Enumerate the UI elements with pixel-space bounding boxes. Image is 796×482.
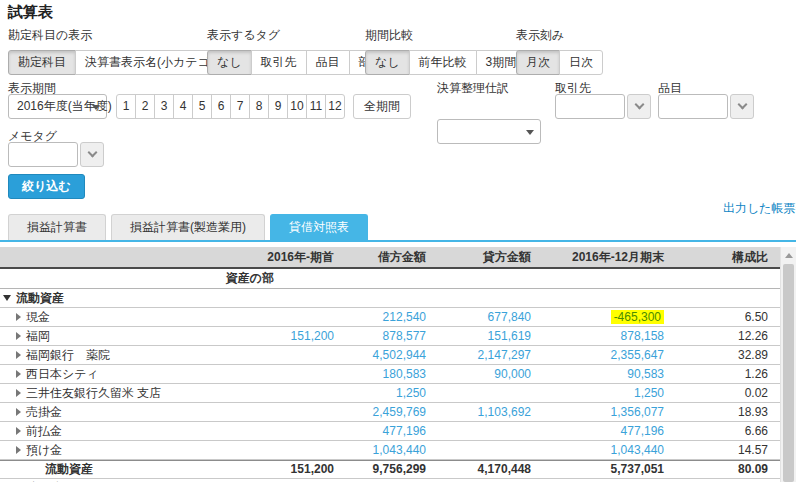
- closing-value[interactable]: 1,250: [535, 384, 670, 402]
- table-row: 現金 212,540 677,840 -465,300 6.50: [0, 308, 780, 327]
- group-row-current-assets[interactable]: 流動資産: [0, 289, 780, 308]
- debit-value[interactable]: 1,250: [338, 384, 430, 402]
- tags-option-item[interactable]: 品目: [306, 50, 350, 75]
- account-cell[interactable]: 現金: [0, 308, 240, 326]
- item-dropdown-button[interactable]: [730, 94, 754, 119]
- ratio-value: 12.26: [670, 327, 780, 345]
- closing-value[interactable]: 2,355,647: [535, 346, 670, 364]
- month-button-7[interactable]: 7: [230, 94, 250, 119]
- account-cell[interactable]: 福岡銀行 薬院: [0, 346, 240, 364]
- credit-value[interactable]: [430, 422, 535, 440]
- debit-value[interactable]: 878,577: [338, 327, 430, 345]
- total-debit: 9,756,299: [338, 461, 430, 478]
- column-header-credit: 貸方金額: [430, 247, 535, 267]
- item-input[interactable]: [658, 94, 728, 119]
- closing-value[interactable]: 1,043,440: [535, 441, 670, 459]
- partner-input[interactable]: [555, 94, 625, 119]
- output-reports-link[interactable]: 出力した帳票一覧: [723, 200, 796, 217]
- closing-cell[interactable]: -465,300: [535, 308, 670, 326]
- closing-value[interactable]: 1,356,077: [535, 403, 670, 421]
- tags-option-none[interactable]: なし: [207, 50, 252, 75]
- month-button-9[interactable]: 9: [268, 94, 288, 119]
- debit-value[interactable]: 180,583: [338, 365, 430, 383]
- debit-value[interactable]: 4,502,944: [338, 346, 430, 364]
- table-row: 前払金 477,196 477,196 6.66: [0, 422, 780, 441]
- memo-tag-input[interactable]: [8, 142, 78, 167]
- opening-value[interactable]: [240, 403, 338, 421]
- period-compare-option-none[interactable]: なし: [365, 50, 410, 75]
- tab-balance-sheet[interactable]: 貸借対照表: [270, 214, 368, 240]
- report-tabs: 損益計算書 損益計算書(製造業用) 貸借対照表: [8, 214, 373, 240]
- credit-value[interactable]: 90,000: [430, 365, 535, 383]
- period-compare-option-prev-year[interactable]: 前年比較: [409, 50, 477, 75]
- fiscal-year-select[interactable]: 2016年度(当年度): [8, 94, 107, 119]
- triangle-right-icon: [16, 351, 21, 359]
- balance-sheet-table: 2016年-期首 借方金額 貸方金額 2016年-12月期末 構成比 資産の部 …: [0, 247, 780, 482]
- filter-submit-button[interactable]: 絞り込む: [8, 174, 85, 199]
- page-title: 試算表: [8, 3, 53, 22]
- tags-option-partner[interactable]: 取引先: [251, 50, 307, 75]
- credit-value[interactable]: 677,840: [430, 308, 535, 326]
- account-cell[interactable]: 前払金: [0, 422, 240, 440]
- table-scrollbar[interactable]: [780, 247, 796, 482]
- ratio-value: 18.93: [670, 403, 780, 421]
- account-cell[interactable]: 福岡: [0, 327, 240, 345]
- all-period-button[interactable]: 全期間: [353, 94, 411, 119]
- month-button-10[interactable]: 10: [287, 94, 307, 119]
- month-button-11[interactable]: 11: [306, 94, 326, 119]
- account-cell[interactable]: 預け金: [0, 441, 240, 459]
- credit-value[interactable]: 2,147,297: [430, 346, 535, 364]
- month-button-1[interactable]: 1: [116, 94, 136, 119]
- tab-profit-loss[interactable]: 損益計算書: [8, 214, 106, 240]
- opening-value[interactable]: [240, 365, 338, 383]
- interval-option-daily[interactable]: 日次: [559, 50, 603, 75]
- credit-value[interactable]: [430, 384, 535, 402]
- month-button-12[interactable]: 12: [325, 94, 345, 119]
- closing-value[interactable]: 477,196: [535, 422, 670, 440]
- adjustment-label: 決算整理仕訳: [437, 80, 509, 97]
- month-button-8[interactable]: 8: [249, 94, 269, 119]
- credit-value[interactable]: [430, 441, 535, 459]
- account-name: 福岡銀行 薬院: [26, 346, 110, 364]
- account-cell[interactable]: 西日本シティ: [0, 365, 240, 383]
- scrollbar-up-button[interactable]: [781, 247, 796, 264]
- chevron-down-icon: [526, 130, 534, 135]
- debit-value[interactable]: 212,540: [338, 308, 430, 326]
- account-cell[interactable]: 三井住友銀行久留米 支店: [0, 384, 240, 402]
- month-button-2[interactable]: 2: [135, 94, 155, 119]
- debit-value[interactable]: 477,196: [338, 422, 430, 440]
- month-button-3[interactable]: 3: [154, 94, 174, 119]
- opening-value[interactable]: [240, 308, 338, 326]
- triangle-right-icon: [16, 427, 21, 435]
- opening-value[interactable]: [240, 441, 338, 459]
- opening-value[interactable]: [240, 422, 338, 440]
- opening-value[interactable]: [240, 346, 338, 364]
- credit-value[interactable]: 151,619: [430, 327, 535, 345]
- credit-value[interactable]: 1,103,692: [430, 403, 535, 421]
- interval-option-monthly[interactable]: 月次: [516, 50, 560, 75]
- memo-tag-dropdown-button[interactable]: [80, 142, 104, 167]
- scrollbar-thumb[interactable]: [783, 264, 794, 482]
- debit-value[interactable]: 2,459,769: [338, 403, 430, 421]
- month-button-4[interactable]: 4: [173, 94, 193, 119]
- closing-value[interactable]: 90,583: [535, 365, 670, 383]
- highlighted-closing-value[interactable]: -465,300: [611, 310, 664, 324]
- ratio-value: 6.50: [670, 308, 780, 326]
- total-label: 流動資産: [0, 461, 240, 478]
- column-header-account: [0, 247, 240, 267]
- chevron-down-icon: [87, 148, 97, 158]
- ratio-value: 14.57: [670, 441, 780, 459]
- debit-value[interactable]: 1,043,440: [338, 441, 430, 459]
- tab-profit-loss-manufacturing[interactable]: 損益計算書(製造業用): [111, 214, 265, 240]
- triangle-right-icon: [16, 446, 21, 454]
- month-button-5[interactable]: 5: [192, 94, 212, 119]
- adjustment-select[interactable]: [437, 119, 541, 144]
- account-display-option-kanjokamoku[interactable]: 勘定科目: [8, 50, 76, 75]
- account-cell[interactable]: 売掛金: [0, 403, 240, 421]
- opening-value[interactable]: [240, 384, 338, 402]
- closing-value[interactable]: 878,158: [535, 327, 670, 345]
- total-opening: 151,200: [240, 461, 338, 478]
- opening-value[interactable]: 151,200: [240, 327, 338, 345]
- month-button-6[interactable]: 6: [211, 94, 231, 119]
- partner-dropdown-button[interactable]: [627, 94, 651, 119]
